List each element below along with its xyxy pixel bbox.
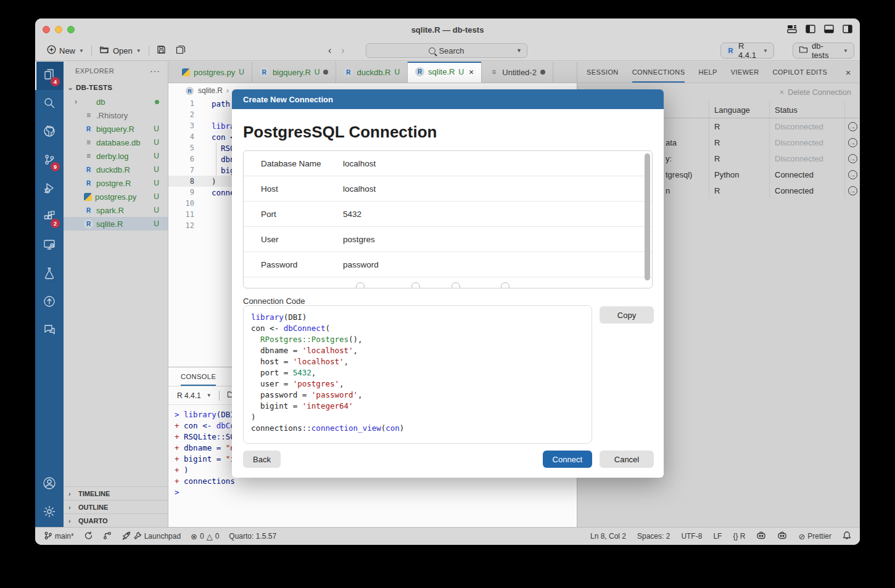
activity-run-debug-button[interactable] [35, 175, 64, 203]
tab-Untitled-2[interactable]: ≡Untitled-2 [482, 62, 553, 83]
open-connection-icon[interactable]: → [848, 170, 857, 179]
file-tree-item-postgre.R[interactable]: Rpostgre.RU [64, 176, 168, 190]
activity-source-control-button[interactable]: 9 [35, 147, 64, 175]
form-field-host[interactable]: Hostlocalhost [244, 176, 652, 202]
delete-connection-icon[interactable]: × [780, 88, 784, 97]
status-item[interactable] [103, 531, 112, 542]
file-tree-item-db[interactable]: ›db [64, 95, 168, 108]
status-item-quarto-1-5-57[interactable]: Quarto: 1.5.57 [229, 532, 276, 541]
radio-option[interactable] [452, 282, 460, 288]
save-all-button[interactable] [171, 43, 191, 59]
file-tree-item-duckdb.R[interactable]: Rduckdb.RU [64, 163, 168, 176]
connection-code-line: host = 'localhost', [251, 357, 592, 368]
form-field-database-name[interactable]: Database Namelocalhost [244, 151, 652, 176]
more-actions-icon[interactable]: ··· [150, 66, 160, 76]
open-connection-icon[interactable]: → [848, 122, 857, 131]
status-item-launchpad[interactable]: Launchpad [122, 531, 181, 542]
toggle-right-sidebar-icon[interactable] [843, 24, 852, 34]
save-button[interactable] [152, 43, 171, 59]
field-value[interactable]: postgres [343, 235, 652, 244]
new-button[interactable]: New▼ [42, 43, 89, 59]
file-tree-item-.Rhistory[interactable]: ≡.Rhistory [64, 108, 168, 122]
tab-connections[interactable]: CONNECTIONS [632, 62, 685, 83]
tab-copilot-edits[interactable]: COPILOT EDITS [773, 62, 828, 83]
field-value[interactable]: localhost [343, 159, 652, 168]
search-input[interactable]: Search ▼ [366, 43, 527, 58]
status-item-prettier[interactable]: ⊘Prettier [798, 532, 831, 541]
tab-viewer[interactable]: VIEWER [731, 62, 759, 83]
form-scrollbar[interactable] [645, 153, 650, 280]
status-item-ln-8-col-2[interactable]: Ln 8, Col 2 [590, 532, 626, 541]
tab-postgres.py[interactable]: postgres.pyU [175, 62, 252, 83]
activity-extensions-button[interactable]: 2 [35, 203, 64, 232]
tab-help[interactable]: HELP [698, 62, 717, 83]
toggle-panel-icon[interactable] [824, 24, 834, 34]
tab-console[interactable]: CONSOLE [181, 367, 216, 386]
delete-connection-button[interactable]: Delete Connection [788, 88, 851, 97]
activity-search-button[interactable] [35, 90, 64, 118]
radio-option[interactable] [356, 282, 365, 288]
form-field-user[interactable]: Userpostgres [244, 227, 652, 252]
navigate-forward-icon[interactable]: › [341, 45, 344, 56]
status-item-utf-8[interactable]: UTF-8 [681, 532, 702, 541]
tab-duckdb.R[interactable]: Rduckdb.RU [336, 62, 408, 83]
activity-testing-button[interactable] [35, 260, 64, 288]
connect-button[interactable]: Connect [543, 451, 592, 468]
status-item[interactable] [777, 531, 787, 542]
radio-option[interactable] [501, 282, 509, 288]
close-panel-icon[interactable]: × [846, 67, 851, 78]
cancel-button[interactable]: Cancel [600, 451, 654, 468]
line-number: 2 [168, 110, 194, 119]
status-item[interactable] [843, 531, 851, 542]
file-tree-item-sqlite.R[interactable]: Rsqlite.RU [64, 217, 168, 231]
workspace-selector[interactable]: db-tests ▼ [793, 43, 854, 59]
sidebar-section-quarto[interactable]: ›QUARTO [64, 513, 168, 527]
file-tree-item-database.db[interactable]: ≡database.dbU [64, 136, 168, 149]
sidebar-section-timeline[interactable]: ›TIMELINE [64, 486, 168, 500]
back-button[interactable]: Back [243, 451, 281, 468]
status-item-main-[interactable]: main* [44, 531, 74, 542]
field-value[interactable]: 5432 [343, 210, 652, 219]
field-value[interactable]: localhost [343, 184, 652, 194]
customize-layout-icon[interactable] [787, 24, 797, 34]
activity-publish-button[interactable] [35, 288, 64, 317]
file-tree-item-derby.log[interactable]: ≡derby.logU [64, 149, 168, 163]
status-item-lf[interactable]: LF [713, 532, 722, 541]
console-r-version[interactable]: R 4.4.1 [177, 391, 201, 400]
open-connection-icon[interactable]: → [848, 186, 857, 195]
file-tree-item-postgres.py[interactable]: postgres.pyU [64, 190, 168, 203]
status-item[interactable] [756, 531, 766, 542]
form-field-port[interactable]: Port5432 [244, 202, 652, 227]
status-item[interactable] [84, 531, 93, 542]
tab-session[interactable]: SESSION [587, 62, 619, 83]
file-tree-item-spark.R[interactable]: Rspark.RU [64, 203, 168, 217]
activity-account-button[interactable] [35, 470, 64, 499]
code-text: big [194, 166, 235, 175]
field-value[interactable]: password [343, 260, 652, 269]
activity-explorer-button[interactable]: 4 [35, 62, 64, 90]
copy-button[interactable]: Copy [600, 306, 654, 324]
workspace-root-folder[interactable]: ⌄ DB-TESTS [64, 80, 168, 95]
status-item--r[interactable]: {} R [733, 532, 745, 541]
open-button-label: Open [113, 46, 133, 55]
file-tree-item-bigquery.R[interactable]: Rbigquery.RU [64, 122, 168, 136]
form-field-password[interactable]: Passwordpassword [244, 252, 652, 277]
open-connection-icon[interactable]: → [848, 138, 857, 147]
toggle-left-sidebar-icon[interactable] [806, 24, 815, 34]
account-icon [42, 476, 57, 493]
navigate-back-icon[interactable]: ‹ [328, 45, 331, 56]
r-interpreter-selector[interactable]: R R 4.4.1 ▼ [720, 43, 774, 59]
sidebar-section-outline[interactable]: ›OUTLINE [64, 500, 168, 513]
open-button[interactable]: Open▼ [94, 43, 146, 59]
open-connection-icon[interactable]: → [848, 154, 857, 163]
activity-github-button[interactable] [35, 118, 64, 147]
tab-sqlite.R[interactable]: Rsqlite.RU× [408, 62, 482, 83]
activity-chat-button[interactable] [35, 317, 64, 345]
status-item-spaces-2[interactable]: Spaces: 2 [637, 532, 670, 541]
activity-settings-button[interactable] [35, 499, 64, 527]
radio-option[interactable] [411, 282, 420, 288]
status-item-0[interactable]: ⊗0△0 [191, 532, 219, 541]
activity-remote-explorer-button[interactable] [35, 232, 64, 260]
close-tab-icon[interactable]: × [469, 67, 474, 77]
tab-bigquery.R[interactable]: Rbigquery.RU [252, 62, 337, 83]
